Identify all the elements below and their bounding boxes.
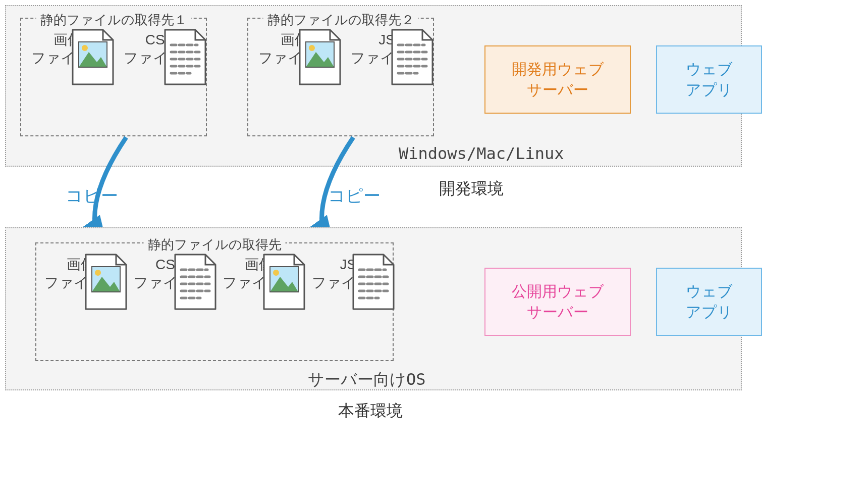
prod-web-server-box: 公開用ウェブ サーバー: [484, 268, 631, 336]
file-item: CSSファイル１: [130, 253, 210, 292]
dev-env-label: 開発環境: [439, 178, 504, 200]
svg-point-11: [309, 45, 315, 51]
file-item: 画像ファイル２: [219, 253, 299, 292]
file-item: JSファイル１: [308, 253, 389, 292]
dev-group1-legend: 静的ファイルの取得先１: [36, 11, 191, 29]
prod-static-source: 静的ファイルの取得先 画像ファイル１ CSSファイル１: [35, 242, 394, 361]
copy-label-2: コピー: [328, 184, 381, 208]
file-item: 画像ファイル１: [27, 28, 108, 68]
svg-point-2: [82, 45, 88, 51]
prod-group-legend: 静的ファイルの取得先: [144, 236, 286, 254]
prod-env-label: 本番環境: [338, 400, 403, 422]
file-item: 画像ファイル２: [254, 28, 335, 68]
dev-os-label: Windows/Mac/Linux: [399, 144, 564, 163]
dev-static-source-1: 静的ファイルの取得先１ 画像ファイル１ CSSファイル１: [20, 18, 207, 136]
file-item: 画像ファイル１: [40, 253, 121, 292]
dev-web-app-box: ウェブ アプリ: [656, 45, 762, 114]
copy-label-1: コピー: [66, 184, 118, 208]
dev-web-server-box: 開発用ウェブ サーバー: [484, 45, 631, 114]
file-item: JSファイル１: [347, 28, 427, 68]
svg-point-30: [273, 270, 279, 276]
svg-point-21: [95, 270, 101, 276]
prod-os-label: サーバー向けOS: [308, 369, 426, 391]
dev-group2-legend: 静的ファイルの取得先２: [263, 11, 418, 29]
prod-web-app-box: ウェブ アプリ: [656, 268, 762, 336]
file-item: CSSファイル１: [120, 28, 200, 68]
dev-static-source-2: 静的ファイルの取得先２ 画像ファイル２ JSファイル１: [247, 18, 434, 136]
